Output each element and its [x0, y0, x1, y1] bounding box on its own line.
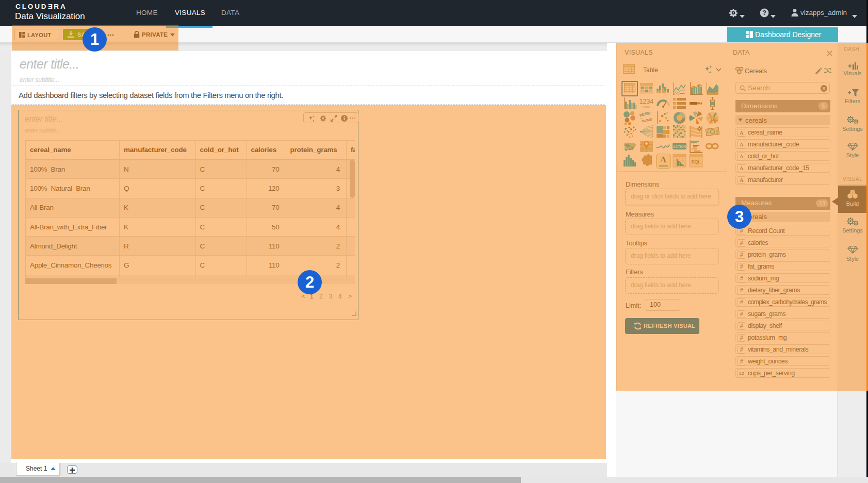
svg-text:?: ?: [762, 9, 766, 16]
